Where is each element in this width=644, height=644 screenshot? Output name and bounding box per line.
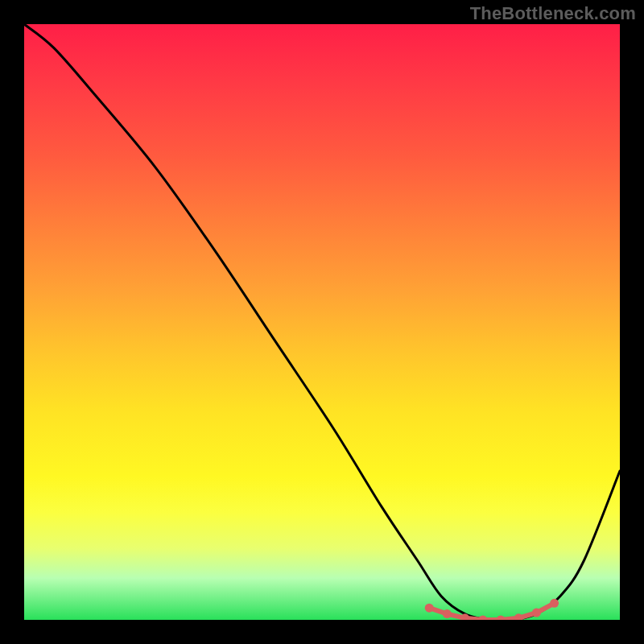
- optimal-dot: [425, 604, 434, 613]
- optimal-dot: [478, 616, 487, 621]
- optimal-dot: [514, 613, 523, 620]
- optimal-range-dots: [425, 599, 559, 620]
- optimal-dot: [443, 609, 452, 618]
- chart-frame: TheBottleneck.com: [0, 0, 644, 644]
- optimal-dot: [532, 609, 541, 617]
- optimal-dot: [497, 616, 506, 621]
- watermark-text: TheBottleneck.com: [470, 3, 636, 24]
- chart-overlay-svg: [24, 24, 620, 620]
- bottleneck-curve-path: [24, 24, 620, 620]
- optimal-dot: [550, 599, 559, 608]
